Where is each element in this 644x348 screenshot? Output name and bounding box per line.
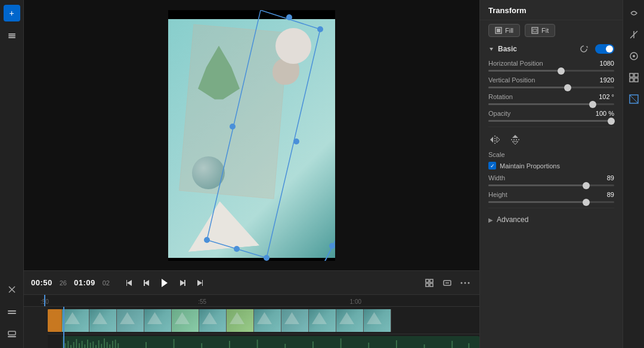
play-button[interactable]: [157, 276, 172, 290]
basic-section-title: Basic: [498, 45, 576, 53]
height-slider[interactable]: [488, 201, 614, 203]
svg-rect-57: [101, 344, 102, 348]
svg-rect-65: [174, 339, 175, 348]
video-canvas: [168, 10, 335, 261]
advanced-label: Advanced: [497, 215, 528, 224]
horizontal-position-slider[interactable]: [488, 70, 614, 72]
svg-rect-51: [84, 344, 85, 348]
svg-rect-59: [107, 342, 108, 348]
svg-rect-48: [76, 339, 77, 348]
opacity-value[interactable]: 100 %: [596, 110, 614, 117]
rotation-thumb[interactable]: [589, 101, 596, 108]
basic-section-header[interactable]: Basic: [480, 41, 623, 57]
export-view-button[interactable]: [440, 276, 454, 290]
effects-panel-button[interactable]: [626, 26, 642, 43]
maintain-proportions-label: Maintain Proportions: [500, 162, 560, 170]
svg-rect-58: [104, 338, 105, 348]
step-forward-button[interactable]: [175, 276, 190, 290]
width-value[interactable]: 89: [607, 174, 614, 181]
svg-rect-80: [533, 29, 537, 32]
fit-view-button[interactable]: [422, 276, 436, 290]
opacity-thumb[interactable]: [608, 118, 615, 125]
svg-marker-33: [197, 280, 202, 286]
svg-marker-87: [512, 135, 518, 138]
view-controls: [422, 276, 472, 290]
width-prop: Width 89: [480, 172, 623, 189]
reset-icon[interactable]: [580, 45, 588, 53]
audio-clip[interactable]: [62, 336, 479, 348]
skip-end-button[interactable]: [193, 276, 208, 290]
width-thumb[interactable]: [583, 182, 590, 189]
svg-rect-47: [73, 342, 75, 348]
horizontal-position-fill: [488, 70, 558, 72]
grid-panel-button[interactable]: [626, 69, 642, 86]
rotation-label: Rotation: [488, 93, 513, 100]
svg-marker-32: [202, 280, 203, 286]
svg-rect-96: [634, 78, 638, 82]
thumb-4: [144, 309, 172, 332]
maintain-proportions-checkbox[interactable]: [488, 162, 496, 170]
step-back-button[interactable]: [140, 276, 154, 290]
ruler-mark-55: :55: [198, 298, 206, 305]
timeline-controls: 00:50 26 01:09 02: [24, 271, 479, 295]
thumb-10: [309, 309, 336, 332]
width-slider[interactable]: [488, 184, 614, 186]
fit-button[interactable]: Fit: [525, 24, 555, 37]
divider-1: [488, 127, 614, 127]
height-thumb[interactable]: [583, 199, 590, 206]
chevron-down-icon: [488, 46, 494, 52]
layers-button[interactable]: [4, 27, 20, 44]
audio-track-row: [48, 334, 479, 348]
scissors-button[interactable]: [4, 281, 20, 298]
transform-panel-button[interactable]: [626, 91, 642, 107]
vertical-position-prop: Vertical Position 1920: [480, 74, 623, 91]
export-button[interactable]: [4, 327, 20, 343]
audio-panel-button[interactable]: [626, 48, 642, 64]
timeline-playhead: [63, 307, 64, 348]
horizontal-position-label: Horizontal Position: [488, 60, 543, 67]
thumb-1: [62, 309, 89, 332]
svg-rect-60: [109, 344, 110, 348]
svg-rect-74: [424, 344, 425, 348]
svg-rect-2: [8, 37, 16, 38]
add-button[interactable]: +: [4, 5, 20, 21]
vertical-position-slider[interactable]: [488, 87, 614, 88]
rotation-slider[interactable]: [488, 103, 614, 105]
video-clip[interactable]: [48, 309, 479, 332]
svg-rect-1: [8, 35, 16, 36]
vertical-position-value[interactable]: 1920: [600, 76, 614, 84]
thumb-5: [172, 309, 199, 332]
svg-rect-37: [430, 284, 433, 287]
height-value[interactable]: 89: [607, 191, 614, 198]
basic-toggle[interactable]: [595, 44, 614, 54]
opacity-label: Opacity: [488, 110, 510, 117]
width-fill: [488, 184, 583, 186]
rotation-value[interactable]: 102 °: [599, 93, 614, 100]
svg-rect-70: [312, 341, 314, 348]
flip-vertical-button[interactable]: [509, 133, 522, 146]
height-fill: [488, 201, 583, 203]
horizontal-position-thumb[interactable]: [558, 67, 565, 75]
more-options-button[interactable]: [458, 276, 472, 290]
timecode-frames: 26: [60, 279, 67, 287]
opacity-slider[interactable]: [488, 120, 614, 122]
svg-rect-5: [8, 310, 16, 312]
fill-label: Fill: [505, 27, 513, 34]
svg-point-92: [633, 55, 635, 57]
thumb-8: [254, 309, 281, 332]
fill-button[interactable]: Fill: [488, 24, 520, 37]
ruler-mark-100: 1:00: [350, 298, 361, 305]
svg-rect-73: [396, 340, 397, 348]
skip-start-button[interactable]: [122, 276, 136, 290]
thumb-12: [364, 309, 391, 332]
timeline-area: 00:50 26 01:09 02: [24, 270, 479, 348]
flip-horizontal-button[interactable]: [488, 133, 501, 146]
horizontal-position-value[interactable]: 1080: [600, 60, 614, 67]
advanced-section-header[interactable]: ▶ Advanced: [480, 211, 623, 229]
right-sidebar: [623, 0, 644, 348]
trim-button[interactable]: [4, 304, 20, 321]
motion-panel-button[interactable]: [626, 5, 642, 21]
vertical-position-thumb[interactable]: [564, 84, 571, 91]
duration-display: 01:09: [74, 278, 95, 287]
svg-rect-45: [67, 341, 69, 348]
